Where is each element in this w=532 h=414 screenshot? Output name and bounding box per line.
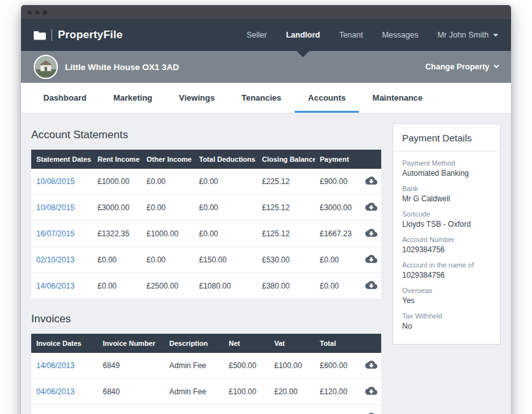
cloud-download-icon[interactable] bbox=[365, 279, 377, 291]
change-property-button[interactable]: Change Property bbox=[425, 62, 498, 71]
nav-item-label: Tenant bbox=[339, 31, 363, 39]
nav-item-tenant[interactable]: Tenant bbox=[339, 19, 363, 51]
cloud-download-icon[interactable] bbox=[365, 175, 377, 187]
nav-item-seller[interactable]: Seller bbox=[246, 19, 267, 51]
tab-maintenance[interactable]: Maintenance bbox=[359, 83, 436, 113]
nav-item-messages[interactable]: Messages bbox=[382, 19, 418, 51]
payment-field-label: Tax Withheld bbox=[402, 312, 491, 320]
nav-item-landlord[interactable]: Landlord bbox=[286, 19, 319, 51]
table-cell: £0.00 bbox=[194, 221, 257, 247]
table-row: 10/08/2015£3000.00£0.00£0.00£125.12£3000… bbox=[31, 195, 381, 221]
column-header: Other Income bbox=[141, 150, 194, 169]
tab-accounts[interactable]: Accounts bbox=[295, 83, 359, 113]
payment-field-label: Account in the name of bbox=[402, 261, 491, 269]
table-cell: £150.00 bbox=[194, 247, 257, 273]
tab-dashboard[interactable]: Dashboard bbox=[30, 83, 100, 113]
nav-item-label: Messages bbox=[382, 31, 418, 39]
actions-cell bbox=[360, 353, 381, 379]
tab-viewings[interactable]: Viewings bbox=[165, 83, 228, 113]
window-control-dot[interactable] bbox=[43, 10, 47, 15]
table-row: 14/06/2013£0.00£2500.00£1080.00£380.00£0… bbox=[31, 273, 381, 299]
brand-name: PropertyFile bbox=[58, 29, 123, 41]
tab-tenancies[interactable]: Tenancies bbox=[228, 83, 295, 113]
cloud-download-icon[interactable] bbox=[365, 385, 377, 397]
table-cell: £500.00 bbox=[224, 353, 270, 379]
payment-field: BankMr G Caldwell bbox=[402, 185, 491, 203]
column-header: Payment bbox=[315, 150, 361, 169]
statements-table-body: 10/08/2015£1000.00£0.00£0.00£225.12£900.… bbox=[31, 169, 381, 299]
invoice-date-link[interactable]: 04/06/2013 bbox=[36, 387, 74, 396]
nav-item-mr-john-smith[interactable]: Mr John Smith bbox=[437, 19, 498, 51]
nav-item-label: Seller bbox=[246, 31, 267, 39]
table-header-row: Invoice DatesInvoice NumberDescriptionNe… bbox=[31, 334, 381, 353]
table-cell: £2500.00 bbox=[141, 273, 194, 299]
payment-field: Account Number1029384756 bbox=[402, 236, 491, 254]
table-header-row: Statement DatesRent IncomeOther IncomeTo… bbox=[31, 150, 381, 169]
date-cell: 14/06/2013 bbox=[31, 353, 98, 379]
cloud-download-icon[interactable] bbox=[365, 411, 377, 414]
nav-item-label: Landlord bbox=[286, 31, 319, 39]
table-cell: Letting Fee bbox=[164, 405, 224, 414]
payment-details-panel: Payment Details Payment MethodAutomated … bbox=[393, 124, 501, 414]
column-header: Net bbox=[224, 334, 270, 353]
table-row: 04/06/20136840Admin Fee£100.00£20.00£120… bbox=[31, 379, 381, 405]
cloud-download-icon[interactable] bbox=[365, 359, 377, 371]
actions-cell bbox=[360, 221, 381, 247]
table-cell: £0.00 bbox=[194, 169, 257, 195]
statement-date-link[interactable]: 14/06/2013 bbox=[36, 282, 74, 290]
table-cell: £1667.23 bbox=[315, 221, 361, 247]
table-cell: £900.00 bbox=[315, 169, 361, 195]
actions-cell bbox=[360, 379, 381, 405]
table-cell: 6849 bbox=[98, 353, 165, 379]
payment-details-card: Payment Details Payment MethodAutomated … bbox=[393, 124, 501, 345]
tab-marketing[interactable]: Marketing bbox=[100, 83, 165, 113]
invoices-table-head: Invoice DatesInvoice NumberDescriptionNe… bbox=[31, 334, 381, 353]
cloud-download-icon[interactable] bbox=[365, 227, 377, 239]
app-window: PropertyFile SellerLandlordTenantMessage… bbox=[21, 5, 511, 414]
statement-date-link[interactable]: 02/10/2013 bbox=[36, 255, 74, 264]
brand-logo[interactable]: PropertyFile bbox=[34, 29, 123, 41]
date-cell: 10/08/2015 bbox=[31, 169, 92, 195]
chevron-down-icon bbox=[494, 63, 499, 68]
main-header: PropertyFile SellerLandlordTenantMessage… bbox=[21, 19, 511, 51]
invoice-date-link[interactable]: 14/06/2013 bbox=[36, 361, 74, 370]
payment-field: SortcodeLloyds TSB - Oxford bbox=[402, 210, 491, 229]
payment-details-body: Payment MethodAutomated BankingBankMr G … bbox=[393, 152, 500, 344]
date-cell: 10/08/2015 bbox=[31, 195, 92, 221]
table-cell: £0.00 bbox=[141, 247, 194, 273]
statement-date-link[interactable]: 10/08/2015 bbox=[36, 177, 74, 186]
table-cell: Admin Fee bbox=[164, 379, 224, 405]
table-cell: £380.00 bbox=[257, 273, 315, 299]
payment-field-label: Sortcode bbox=[402, 210, 491, 218]
cloud-download-icon[interactable] bbox=[365, 201, 377, 213]
statement-date-link[interactable]: 16/07/2015 bbox=[36, 229, 74, 238]
nav-item-label: Mr John Smith bbox=[437, 31, 489, 39]
property-avatar bbox=[34, 55, 58, 79]
table-cell: £1080.00 bbox=[194, 273, 257, 299]
payment-field: Payment MethodAutomated Banking bbox=[402, 159, 491, 178]
table-cell: £3000.00 bbox=[92, 195, 141, 221]
table-cell: £600.00 bbox=[315, 353, 361, 379]
window-control-dot[interactable] bbox=[27, 10, 32, 15]
table-cell: £125.12 bbox=[257, 195, 315, 221]
table-cell: £50.00 bbox=[224, 405, 270, 414]
window-control-dot[interactable] bbox=[35, 10, 39, 15]
statement-date-link[interactable]: 10/08/2015 bbox=[36, 203, 74, 212]
payment-field-label: Account Number bbox=[402, 236, 491, 243]
accounts-main-column: Account Statements Statement DatesRent I… bbox=[31, 124, 381, 414]
payment-field-value: Automated Banking bbox=[402, 169, 491, 178]
column-header-actions bbox=[360, 150, 381, 169]
actions-cell bbox=[360, 405, 381, 414]
brand-divider bbox=[52, 29, 52, 41]
payment-field-value: Yes bbox=[402, 296, 491, 305]
statements-table-head: Statement DatesRent IncomeOther IncomeTo… bbox=[31, 150, 381, 169]
date-cell: 04/06/2013 bbox=[31, 379, 98, 405]
table-row: 10/08/2015£1000.00£0.00£0.00£225.12£900.… bbox=[31, 169, 381, 195]
chevron-down-icon bbox=[493, 34, 498, 37]
column-header-actions bbox=[360, 334, 381, 353]
cloud-download-icon[interactable] bbox=[365, 253, 377, 265]
table-row: 13/05/20136444Letting Fee£50.00£10.00£60… bbox=[31, 405, 381, 414]
property-name: Little White House OX1 3AD bbox=[65, 62, 179, 72]
payment-field-label: Overseas bbox=[402, 287, 491, 294]
table-cell: £120.00 bbox=[315, 379, 361, 405]
